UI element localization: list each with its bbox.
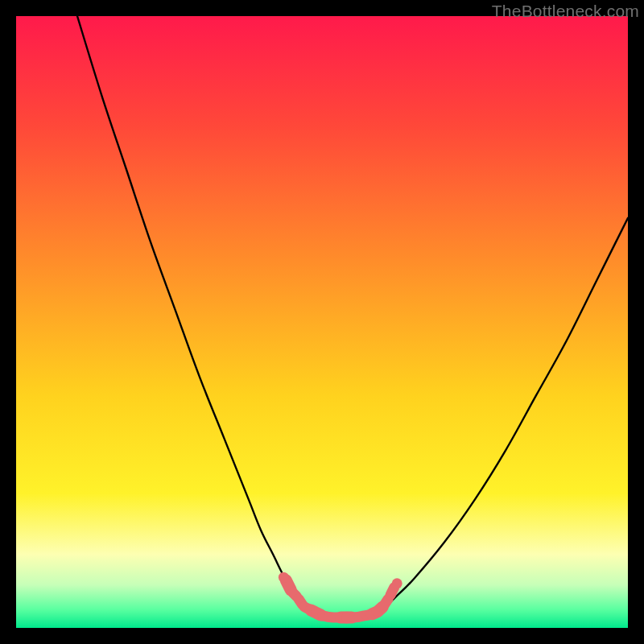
plot-area	[16, 16, 628, 628]
svg-point-18	[279, 572, 289, 583]
gradient-background	[16, 16, 628, 628]
watermark-label: TheBottleneck.com	[492, 2, 639, 21]
svg-line-16	[384, 599, 388, 605]
chart-container: TheBottleneck.com	[0, 0, 644, 644]
chart-svg	[16, 16, 628, 628]
svg-line-17	[390, 588, 394, 595]
svg-point-19	[392, 578, 402, 588]
